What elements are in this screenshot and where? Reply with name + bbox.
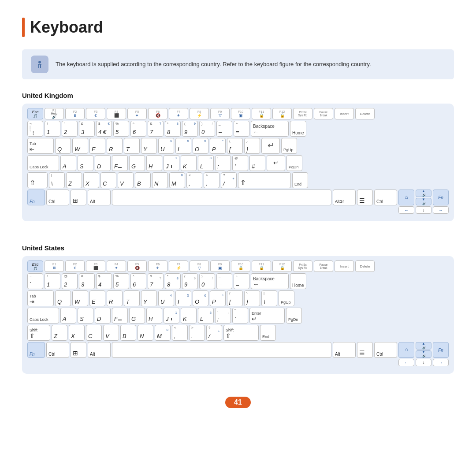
uk-key-pause[interactable]: Pause Break	[314, 108, 333, 119]
us-key-tab[interactable]: Tab ⇥	[27, 290, 54, 306]
uk-key-x[interactable]: X	[83, 172, 99, 188]
uk-key-enter-top[interactable]: ↵	[261, 138, 280, 154]
us-key-b[interactable]: B	[120, 325, 136, 341]
uk-key-left[interactable]: ←	[398, 206, 414, 214]
us-key-9[interactable]: ( 9 9	[182, 273, 198, 289]
uk-key-backspace[interactable]: Backspace ←	[251, 121, 289, 137]
us-key-shift-right[interactable]: Shift ⇧	[223, 325, 259, 341]
us-key-fn-right[interactable]: Fn	[433, 342, 449, 358]
us-key-menu[interactable]: ☰	[357, 342, 373, 358]
us-key-home-arrow[interactable]: ⌂	[398, 342, 414, 358]
uk-key-g[interactable]: G	[129, 155, 145, 171]
us-key-insert[interactable]: Insert	[335, 260, 354, 272]
uk-key-v[interactable]: V	[118, 172, 134, 188]
us-key-v[interactable]: V	[103, 325, 119, 341]
uk-key-pgup[interactable]: PgUp	[281, 138, 297, 154]
uk-key-f7[interactable]: F7 ✈	[169, 108, 188, 119]
us-key-k[interactable]: K	[181, 308, 197, 324]
uk-key-f6[interactable]: F6 🔇	[148, 108, 167, 119]
us-key-5[interactable]: % 5	[113, 273, 129, 289]
uk-key-5[interactable]: % 5	[113, 121, 129, 137]
us-key-esc[interactable]: Esc 🎵	[27, 260, 43, 272]
us-key-a[interactable]: A	[60, 308, 76, 324]
uk-key-4[interactable]: $ € 4 €	[96, 121, 112, 137]
us-key-ctrl-right[interactable]: Ctrl	[374, 342, 397, 358]
uk-key-f9[interactable]: F9 ▽	[210, 108, 230, 119]
us-key-q[interactable]: Q	[55, 290, 71, 306]
us-key-enter[interactable]: Enter ↵	[249, 308, 285, 324]
uk-key-f10[interactable]: F10 ▣	[231, 108, 250, 119]
us-key-p[interactable]: * P	[210, 290, 226, 306]
us-key-alt-right[interactable]: Alt	[333, 342, 356, 358]
uk-key-o[interactable]: 6 O	[193, 138, 208, 154]
us-key-backslash[interactable]: | \	[261, 290, 277, 306]
uk-key-h[interactable]: H	[146, 155, 162, 171]
us-key-u[interactable]: 4 U	[158, 290, 174, 306]
us-key-pgup[interactable]: PgUp	[279, 290, 294, 306]
us-key-0[interactable]: ) / 0	[199, 273, 215, 289]
uk-key-shift-right[interactable]: ⇧	[238, 172, 291, 188]
us-key-down[interactable]: ↓	[416, 359, 431, 366]
us-key-delete[interactable]: Delete	[355, 260, 375, 272]
uk-key-m[interactable]: 0 M	[169, 172, 185, 188]
us-key-quote[interactable]: " '	[232, 308, 248, 324]
us-key-f1[interactable]: F1 🖥	[45, 260, 64, 272]
us-key-g[interactable]: G	[129, 308, 145, 324]
uk-key-shift-left[interactable]: ⇧	[27, 172, 48, 188]
uk-key-alt-left[interactable]: Alt	[88, 190, 111, 205]
uk-key-r[interactable]: R	[107, 138, 123, 154]
uk-key-insert[interactable]: Insert	[335, 108, 354, 119]
uk-key-9[interactable]: ( 9 9	[182, 121, 198, 137]
us-key-equals[interactable]: + =	[234, 273, 249, 289]
us-key-r[interactable]: R	[107, 290, 123, 306]
uk-key-esc[interactable]: Esc 🎵	[27, 108, 43, 119]
us-key-f11[interactable]: F11 🔒	[252, 260, 271, 272]
uk-key-space[interactable]	[112, 190, 331, 205]
uk-key-prtsc[interactable]: Prt Sc Sys Rq	[293, 108, 312, 119]
us-key-pgdn[interactable]: PgDn	[286, 308, 302, 324]
us-key-f10[interactable]: F10 🔒	[231, 260, 250, 272]
uk-key-quote[interactable]: @ '	[232, 155, 248, 171]
uk-key-f12[interactable]: F12 🔒	[272, 108, 292, 119]
uk-key-e[interactable]: E	[89, 138, 105, 154]
uk-key-right[interactable]: →	[433, 206, 449, 214]
us-key-t[interactable]: T	[124, 290, 140, 306]
us-key-shift-left[interactable]: Shift ⇧	[27, 325, 50, 341]
uk-key-backslash[interactable]: | \	[49, 172, 65, 188]
us-key-up-bottom[interactable]: ▼ 🔊	[416, 350, 431, 358]
uk-key-lbracket[interactable]: { [	[227, 138, 243, 154]
us-key-capslock[interactable]: Caps Lock	[27, 308, 59, 324]
uk-key-3[interactable]: £ 3	[79, 121, 95, 137]
us-key-prtsc[interactable]: Prt Sc Sys Rq	[293, 260, 312, 272]
us-key-minus[interactable]: _ –	[216, 273, 232, 289]
us-key-slash[interactable]: ? + /	[206, 325, 222, 341]
us-key-m[interactable]: 0 M	[155, 325, 171, 341]
uk-key-f8[interactable]: F8 ⚡	[190, 108, 209, 119]
uk-key-f5[interactable]: F5 ✦	[127, 108, 147, 119]
uk-key-delete[interactable]: Delete	[355, 108, 375, 119]
uk-key-down[interactable]: ↓	[416, 206, 431, 214]
uk-key-comma[interactable]: < ,	[186, 172, 202, 188]
uk-key-1[interactable]: ! 1	[45, 121, 60, 137]
uk-key-7[interactable]: & 7 7	[148, 121, 164, 137]
uk-key-b[interactable]: B	[135, 172, 151, 188]
us-key-s[interactable]: S	[78, 308, 93, 324]
us-key-n[interactable]: N	[138, 325, 153, 341]
uk-key-altgr[interactable]: AltGr	[333, 190, 356, 205]
us-key-left[interactable]: ←	[398, 359, 414, 366]
uk-key-ctrl-right[interactable]: Ctrl	[374, 190, 397, 205]
uk-key-tab[interactable]: Tab ⇤	[27, 138, 54, 154]
us-key-fn[interactable]: Fn	[27, 342, 45, 358]
us-key-e[interactable]: E	[89, 290, 105, 306]
uk-key-n[interactable]: N	[152, 172, 168, 188]
uk-key-f11[interactable]: F11 🔒	[252, 108, 271, 119]
us-key-f2[interactable]: F2 €	[65, 260, 85, 272]
us-key-f4[interactable]: F4 ✦	[107, 260, 126, 272]
uk-key-u[interactable]: 4 U	[158, 138, 174, 154]
us-key-f7[interactable]: F7 ⚡	[169, 260, 188, 272]
uk-key-fn[interactable]: Fn	[27, 190, 45, 205]
uk-key-up-bottom[interactable]: ▼ 🔊	[416, 198, 431, 205]
uk-key-d[interactable]: D	[95, 155, 111, 171]
uk-key-enter-bottom[interactable]: ↵	[267, 155, 285, 171]
uk-key-ctrl-left[interactable]: Ctrl	[46, 190, 69, 205]
